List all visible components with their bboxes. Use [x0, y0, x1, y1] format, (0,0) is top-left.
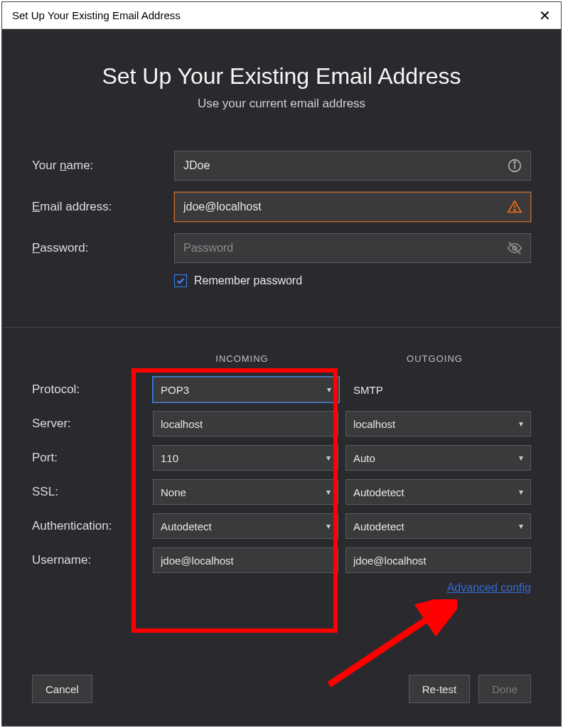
- outgoing-protocol-text: SMTP: [346, 377, 531, 402]
- name-label: Your name:: [32, 159, 174, 173]
- warning-icon: [507, 199, 522, 215]
- outgoing-auth-select[interactable]: Autodetect▾: [345, 513, 531, 539]
- server-label: Server:: [32, 417, 146, 431]
- port-label: Port:: [32, 451, 146, 465]
- protocol-label: Protocol:: [32, 382, 146, 397]
- svg-point-4: [514, 210, 515, 211]
- outgoing-ssl-select[interactable]: Autodetect▾: [345, 479, 531, 505]
- remember-checkbox[interactable]: [174, 274, 187, 287]
- incoming-header: INCOMING: [146, 353, 338, 364]
- chevron-down-icon: ▾: [326, 521, 331, 531]
- chevron-down-icon: ▾: [326, 453, 331, 463]
- remember-label: Remember password: [194, 274, 302, 287]
- outgoing-port-select[interactable]: Auto▾: [345, 445, 531, 471]
- auth-label: Authentication:: [32, 519, 146, 533]
- advanced-config-link[interactable]: Advanced config: [2, 582, 561, 594]
- chevron-down-icon: ▾: [327, 385, 331, 395]
- incoming-auth-select[interactable]: Autodetect▾: [153, 513, 338, 539]
- chevron-down-icon: ▾: [519, 487, 523, 497]
- svg-point-2: [514, 162, 515, 164]
- password-input[interactable]: [174, 233, 531, 263]
- info-icon[interactable]: [507, 158, 522, 173]
- chevron-down-icon: ▾: [519, 419, 523, 429]
- incoming-protocol-select[interactable]: POP3▾: [153, 377, 339, 402]
- password-label: Password:: [32, 241, 174, 255]
- incoming-ssl-select[interactable]: None▾: [153, 479, 338, 505]
- outgoing-username-input[interactable]: jdoe@localhost: [345, 547, 531, 573]
- done-button[interactable]: Done: [478, 675, 531, 703]
- incoming-port-select[interactable]: 110▾: [153, 445, 338, 471]
- incoming-server-input[interactable]: localhost: [153, 411, 338, 437]
- outgoing-header: OUTGOING: [338, 353, 531, 364]
- chevron-down-icon: ▾: [519, 521, 523, 531]
- main-content: Set Up Your Existing Email Address Use y…: [2, 29, 561, 287]
- eye-off-icon[interactable]: [507, 240, 522, 256]
- email-input[interactable]: [174, 192, 531, 222]
- cancel-button[interactable]: Cancel: [32, 675, 92, 703]
- username-label: Username:: [32, 553, 146, 567]
- name-input[interactable]: [174, 151, 531, 181]
- page-subtitle: Use your current email address: [32, 97, 531, 111]
- window-title: Set Up Your Existing Email Address: [12, 9, 181, 21]
- email-label: Email address:: [32, 200, 174, 214]
- chevron-down-icon: ▾: [519, 453, 523, 463]
- incoming-username-input[interactable]: jdoe@localhost: [153, 547, 338, 573]
- chevron-down-icon: ▾: [326, 487, 331, 497]
- retest-button[interactable]: Re-test: [409, 675, 470, 703]
- page-title: Set Up Your Existing Email Address: [32, 63, 531, 90]
- svg-line-7: [329, 614, 436, 685]
- ssl-label: SSL:: [32, 485, 146, 499]
- close-icon[interactable]: ✕: [539, 9, 551, 23]
- titlebar: Set Up Your Existing Email Address ✕: [2, 2, 561, 29]
- outgoing-server-select[interactable]: localhost▾: [345, 411, 531, 437]
- server-config-section: INCOMING OUTGOING Protocol: POP3▾ SMTP S…: [2, 327, 561, 573]
- dialog-window: Set Up Your Existing Email Address ✕ Set…: [1, 1, 562, 727]
